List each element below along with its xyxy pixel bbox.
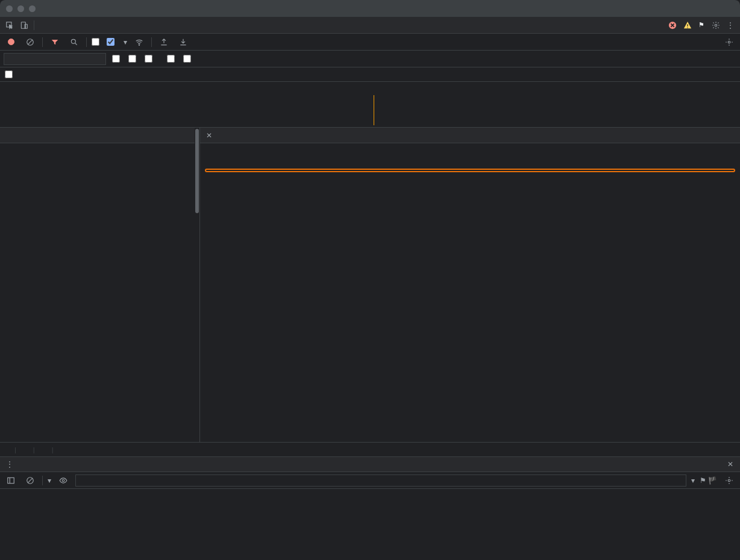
drawer-close-icon[interactable]: ✕ [723,457,738,471]
svg-point-11 [62,479,64,482]
more-icon[interactable]: ⋮ [723,18,738,33]
max-dot[interactable] [29,5,36,12]
drawer-more-icon[interactable]: ⋮ [2,457,17,471]
console-clear-icon[interactable] [23,473,37,488]
blocked-req-check[interactable] [183,55,193,63]
min-dot[interactable] [17,5,24,12]
console-filter-input[interactable] [75,474,686,487]
gear-icon[interactable] [709,18,723,33]
issues-count[interactable]: ⚑ 🏴 [700,476,717,485]
headers-body[interactable] [200,143,740,442]
fix-badge[interactable]: ⚑ [698,21,706,29]
upload-icon[interactable] [157,35,171,49]
console-toolbar: ▾ ▾ ⚑ 🏴 [0,472,740,489]
record-button[interactable] [4,35,18,49]
console-settings-icon[interactable] [722,473,736,488]
download-icon[interactable] [176,35,190,49]
warning-badge[interactable] [683,21,694,30]
blocked-cookie-check[interactable] [167,55,177,63]
console-sidebar-icon[interactable] [4,473,18,488]
traffic-lights [6,5,36,12]
console-body[interactable] [0,489,740,549]
svg-rect-9 [8,478,14,483]
main-tabs: ⚑ ⋮ [0,17,740,34]
net-settings-icon[interactable] [722,35,736,49]
context-select[interactable]: ▾ [48,476,51,485]
svg-point-8 [728,41,730,43]
clear-icon[interactable] [23,35,37,49]
titlebar [0,0,740,17]
svg-point-12 [728,479,730,482]
main-area: ✕ [0,128,740,442]
network-toolbar: ▾ [0,34,740,51]
req-col-name[interactable] [0,128,199,143]
user-agent-header [205,169,735,172]
inspect-icon[interactable] [2,18,17,33]
preserve-log-check[interactable] [92,38,102,46]
drawer-tabs: ⋮ ✕ [0,456,740,472]
hide-ext-check[interactable] [145,55,155,63]
detail-panel: ✕ [200,128,740,442]
error-badge[interactable] [668,21,679,30]
disable-cache-check[interactable] [107,38,117,46]
close-icon[interactable]: ✕ [202,131,216,140]
status-bar: | | | [0,442,740,456]
svg-point-7 [139,45,140,45]
level-select[interactable]: ▾ [691,476,695,485]
detail-tabs: ✕ [200,128,740,143]
wifi-icon[interactable] [132,35,146,49]
search-icon[interactable] [67,35,81,49]
svg-point-6 [71,39,75,43]
filter-input[interactable] [4,53,106,65]
svg-point-4 [715,24,717,26]
filter-row [0,51,740,67]
invert-check[interactable] [112,55,122,63]
close-dot[interactable] [6,5,13,12]
filter-icon[interactable] [48,35,62,49]
device-icon[interactable] [17,18,31,33]
throttle-select[interactable]: ▾ [122,38,127,46]
eye-icon[interactable] [56,473,71,488]
hide-data-check[interactable] [128,55,139,63]
scrollbar[interactable] [195,128,199,442]
request-list [0,128,200,442]
third-party-row [0,67,740,82]
timeline[interactable] [0,82,740,128]
third-party-check[interactable] [5,70,15,78]
